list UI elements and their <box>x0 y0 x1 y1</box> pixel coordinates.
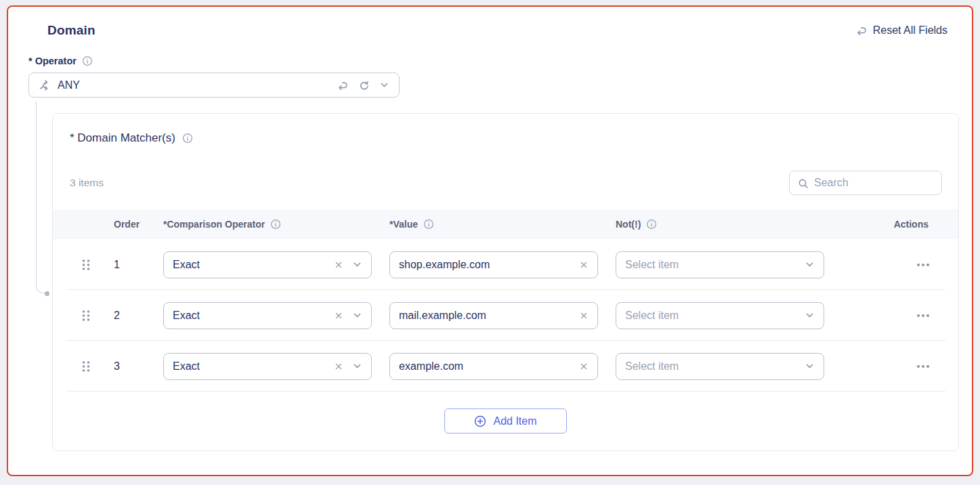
panel-header: Domain Reset All Fields <box>28 23 952 38</box>
operator-select-value: ANY <box>58 79 80 91</box>
operator-label: * Operator <box>28 56 952 66</box>
column-header-comparison: *Comparison Operator <box>163 219 389 230</box>
table-header-row: Order *Comparison Operator *Value Not(!)… <box>53 209 958 239</box>
circled-plus-icon <box>474 415 486 427</box>
not-select[interactable]: Select item <box>616 353 824 380</box>
undo-icon <box>337 80 348 91</box>
branch-icon <box>39 79 51 91</box>
chevron-down-icon[interactable] <box>805 310 815 320</box>
drag-handle[interactable] <box>81 310 91 322</box>
page-title: Domain <box>47 23 95 38</box>
not-select[interactable]: Select item <box>616 302 824 329</box>
table-row: 1 Exact Select item <box>53 239 958 290</box>
clear-icon[interactable] <box>334 362 343 371</box>
reset-all-fields-label: Reset All Fields <box>873 24 947 37</box>
column-header-not: Not(!) <box>616 219 842 230</box>
value-input[interactable] <box>399 259 579 271</box>
value-input-wrap <box>389 302 598 329</box>
drag-handle[interactable] <box>81 259 91 271</box>
comparison-operator-select[interactable]: Exact <box>163 353 372 380</box>
value-input-wrap <box>389 353 598 380</box>
domain-panel: Domain Reset All Fields * Operator ANY *… <box>7 5 973 476</box>
operator-select[interactable]: ANY <box>28 72 400 98</box>
refresh-icon <box>358 80 369 91</box>
row-actions-button[interactable] <box>914 361 933 372</box>
column-header-order: Order <box>53 219 163 230</box>
table-row: 2 Exact Select item <box>53 290 958 341</box>
value-input[interactable] <box>399 310 579 322</box>
operator-label-text: * Operator <box>28 56 77 66</box>
comparison-operator-select[interactable]: Exact <box>163 251 372 278</box>
drag-handle-icon <box>81 310 91 322</box>
column-header-value: *Value <box>389 219 616 230</box>
info-icon[interactable] <box>270 219 281 230</box>
table-row: 3 Exact Select item <box>53 341 958 392</box>
info-icon[interactable] <box>423 219 434 230</box>
chevron-down-icon[interactable] <box>352 259 362 270</box>
search-input[interactable] <box>814 177 933 189</box>
tree-connector-line <box>36 102 45 293</box>
ellipsis-icon <box>916 364 930 369</box>
chevron-down-icon[interactable] <box>805 259 815 270</box>
add-item-label: Add Item <box>493 415 536 427</box>
add-item-button[interactable]: Add Item <box>444 408 567 434</box>
row-actions-button[interactable] <box>914 259 933 270</box>
clear-icon[interactable] <box>334 260 343 270</box>
row-order: 1 <box>114 259 120 271</box>
domain-matchers-title: * Domain Matcher(s) <box>53 114 958 145</box>
domain-matchers-title-text: * Domain Matcher(s) <box>70 131 175 145</box>
comparison-operator-select[interactable]: Exact <box>163 302 372 329</box>
row-order: 3 <box>114 360 120 373</box>
clear-icon[interactable] <box>334 311 343 320</box>
info-icon[interactable] <box>82 56 93 66</box>
value-input[interactable] <box>399 360 579 373</box>
chevron-down-icon[interactable] <box>805 361 815 371</box>
drag-handle-icon <box>81 360 91 373</box>
info-icon[interactable] <box>646 219 657 230</box>
row-order: 2 <box>114 310 120 322</box>
chevron-down-icon[interactable] <box>379 80 389 90</box>
column-header-actions: Actions <box>842 219 958 230</box>
chevron-down-icon[interactable] <box>352 310 362 320</box>
table-footer: Add Item <box>53 392 958 450</box>
drag-handle-icon <box>81 259 91 271</box>
ellipsis-icon <box>916 313 930 318</box>
items-count: 3 items <box>70 177 104 189</box>
not-select[interactable]: Select item <box>616 251 824 278</box>
clear-icon[interactable] <box>579 311 589 320</box>
chevron-down-icon[interactable] <box>352 361 362 371</box>
domain-matchers-card: * Domain Matcher(s) 3 items Order *Compa… <box>52 113 959 451</box>
reset-all-fields-button[interactable]: Reset All Fields <box>856 24 947 37</box>
row-actions-button[interactable] <box>914 310 933 321</box>
clear-icon[interactable] <box>579 260 589 270</box>
table-toolbar: 3 items <box>53 171 958 195</box>
ellipsis-icon <box>916 262 930 268</box>
drag-handle[interactable] <box>81 360 91 373</box>
search-box[interactable] <box>789 171 942 195</box>
operator-refresh-button[interactable] <box>358 80 369 91</box>
value-input-wrap <box>389 251 598 278</box>
info-icon[interactable] <box>182 133 193 144</box>
search-icon <box>798 178 808 188</box>
clear-icon[interactable] <box>579 362 589 371</box>
undo-icon <box>856 25 867 36</box>
operator-undo-button[interactable] <box>337 80 348 91</box>
